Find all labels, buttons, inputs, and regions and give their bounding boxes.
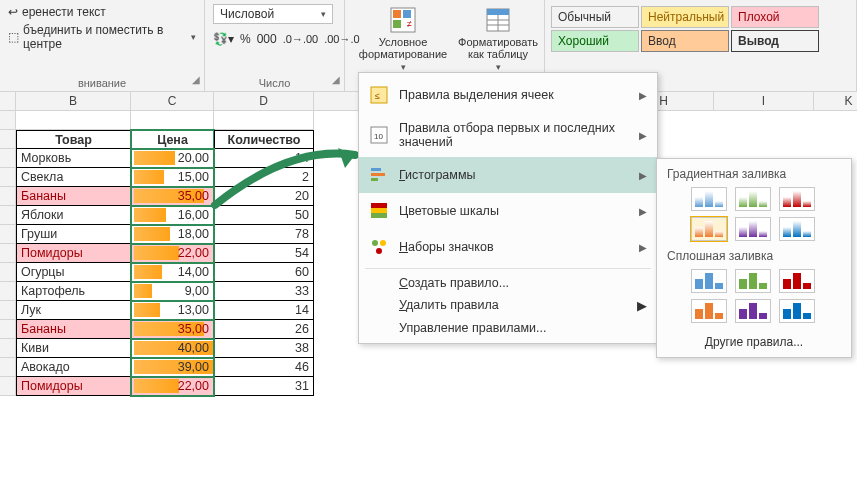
column-header[interactable]: I (714, 92, 814, 111)
chevron-right-icon: ▶ (639, 170, 647, 181)
cell-styles-gallery[interactable]: Обычный Нейтральный Плохой Хороший Ввод … (549, 4, 852, 54)
menu-manage-rules[interactable]: Управление правилами... (359, 317, 657, 339)
databar-swatch[interactable] (691, 299, 727, 323)
product-cell[interactable]: Бананы (16, 187, 131, 206)
databar-swatch[interactable] (779, 187, 815, 211)
conditional-formatting-icon: ≠ (389, 6, 417, 34)
product-cell[interactable]: Груши (16, 225, 131, 244)
product-cell[interactable]: Киви (16, 339, 131, 358)
column-header[interactable]: K (814, 92, 857, 111)
qty-cell[interactable]: 14 (214, 301, 314, 320)
menu-icon-sets[interactable]: Наборы значков ▶ (359, 229, 657, 265)
price-cell[interactable]: 18,00 (131, 225, 214, 244)
price-cell[interactable]: 20,00 (131, 149, 214, 168)
qty-cell[interactable]: 46 (214, 358, 314, 377)
product-cell[interactable]: Бананы (16, 320, 131, 339)
data-bars-submenu: Градиентная заливка Сплошная заливка Дру… (656, 158, 852, 358)
svg-rect-15 (371, 173, 385, 176)
qty-cell[interactable]: 26 (214, 320, 314, 339)
column-header[interactable]: C (131, 92, 214, 111)
menu-new-rule[interactable]: Создать правило... (359, 272, 657, 294)
databar-swatch[interactable] (691, 187, 727, 211)
price-cell[interactable]: 35,00 (131, 187, 214, 206)
price-cell[interactable]: 13,00 (131, 301, 214, 320)
qty-cell[interactable]: 78 (214, 225, 314, 244)
price-cell[interactable]: 16,00 (131, 206, 214, 225)
format-table-icon (484, 6, 512, 34)
qty-cell[interactable]: 33 (214, 282, 314, 301)
qty-cell[interactable]: 54 (214, 244, 314, 263)
svg-point-21 (380, 240, 386, 246)
qty-cell[interactable]: 60 (214, 263, 314, 282)
color-scales-icon (369, 201, 389, 221)
svg-rect-3 (393, 20, 401, 28)
price-cell[interactable]: 35,00 (131, 320, 214, 339)
menu-highlight-rules[interactable]: ≤ Правила выделения ячеек ▶ (359, 77, 657, 113)
comma-icon[interactable]: 000 (257, 32, 277, 46)
product-cell[interactable]: Авокадо (16, 358, 131, 377)
other-rules-link[interactable]: Другие правила... (663, 329, 845, 351)
menu-data-bars[interactable]: Гистограммы ▶ (359, 157, 657, 193)
svg-rect-19 (371, 213, 387, 218)
column-header[interactable]: B (16, 92, 131, 111)
databar-swatch[interactable] (779, 299, 815, 323)
style-normal[interactable]: Обычный (551, 6, 639, 28)
svg-point-20 (372, 240, 378, 246)
qty-cell[interactable]: 38 (214, 339, 314, 358)
number-group-label: Число (213, 75, 336, 89)
wrap-text-button[interactable]: ↩ еренести текст (8, 4, 196, 20)
databar-swatch[interactable] (735, 217, 771, 241)
number-format-select[interactable]: Числовой ▾ (213, 4, 333, 24)
svg-rect-6 (487, 9, 509, 15)
increase-decimal-icon[interactable]: .0→.00 (283, 33, 318, 45)
style-output[interactable]: Вывод (731, 30, 819, 52)
svg-rect-14 (371, 168, 381, 171)
menu-color-scales[interactable]: Цветовые шкалы ▶ (359, 193, 657, 229)
databar-swatch[interactable] (735, 269, 771, 293)
product-cell[interactable]: Яблоки (16, 206, 131, 225)
databar-swatch[interactable] (735, 187, 771, 211)
header-product: Товар (16, 130, 131, 149)
databar-swatch[interactable] (691, 217, 727, 241)
format-as-table-button[interactable]: Форматировать как таблицу▾ (453, 4, 543, 74)
product-cell[interactable]: Помидоры (16, 244, 131, 263)
column-header[interactable] (0, 92, 16, 111)
databar-swatch[interactable] (779, 269, 815, 293)
column-header[interactable]: D (214, 92, 314, 111)
price-cell[interactable]: 22,00 (131, 377, 214, 396)
menu-separator (365, 268, 651, 269)
databar-swatch[interactable] (735, 299, 771, 323)
price-cell[interactable]: 39,00 (131, 358, 214, 377)
product-cell[interactable]: Свекла (16, 168, 131, 187)
merge-center-button[interactable]: ⬚ бъединить и поместить в центре ▾ (8, 22, 196, 52)
qty-cell[interactable]: 31 (214, 377, 314, 396)
wrap-text-label: еренести текст (22, 5, 106, 19)
price-cell[interactable]: 9,00 (131, 282, 214, 301)
percent-icon[interactable]: % (240, 32, 251, 46)
style-good[interactable]: Хороший (551, 30, 639, 52)
icon-sets-icon (369, 237, 389, 257)
currency-icon[interactable]: 💱▾ (213, 32, 234, 46)
product-cell[interactable]: Лук (16, 301, 131, 320)
price-cell[interactable]: 14,00 (131, 263, 214, 282)
price-cell[interactable]: 22,00 (131, 244, 214, 263)
product-cell[interactable]: Огурцы (16, 263, 131, 282)
style-input[interactable]: Ввод (641, 30, 729, 52)
menu-clear-rules[interactable]: Удалить правила▶ (359, 294, 657, 317)
price-cell[interactable]: 15,00 (131, 168, 214, 187)
dialog-launcher-icon[interactable]: ◢ (332, 74, 340, 85)
product-cell[interactable]: Морковь (16, 149, 131, 168)
dialog-launcher-icon[interactable]: ◢ (192, 74, 200, 85)
databar-swatch[interactable] (691, 269, 727, 293)
chevron-right-icon: ▶ (639, 130, 647, 141)
product-cell[interactable]: Картофель (16, 282, 131, 301)
chevron-down-icon: ▾ (321, 9, 326, 19)
conditional-formatting-button[interactable]: ≠ Условное форматирование▾ (353, 4, 453, 74)
product-cell[interactable]: Помидоры (16, 377, 131, 396)
menu-top-bottom-rules[interactable]: 10 Правила отбора первых и последних зна… (359, 113, 657, 157)
databar-swatch[interactable] (779, 217, 815, 241)
price-cell[interactable]: 40,00 (131, 339, 214, 358)
svg-text:≤: ≤ (375, 91, 380, 101)
style-bad[interactable]: Плохой (731, 6, 819, 28)
style-neutral[interactable]: Нейтральный (641, 6, 729, 28)
